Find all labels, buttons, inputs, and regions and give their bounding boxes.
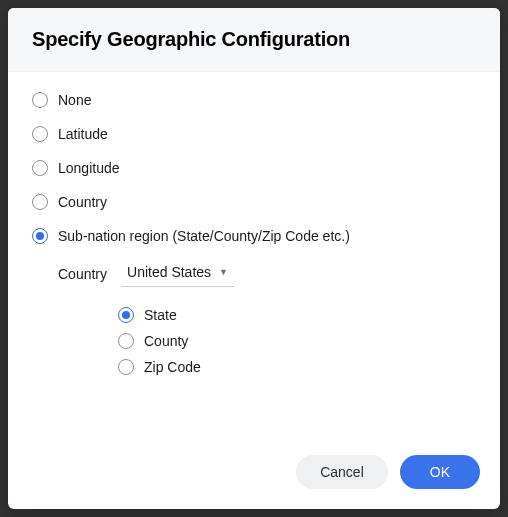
chevron-down-icon: ▼ xyxy=(219,267,228,277)
cancel-button[interactable]: Cancel xyxy=(296,455,388,489)
dialog-body: None Latitude Longitude Country Sub-nati… xyxy=(8,72,500,439)
radio-option-county[interactable]: County xyxy=(118,333,476,349)
radio-icon xyxy=(32,160,48,176)
radio-label: None xyxy=(58,92,91,108)
dialog-footer: Cancel OK xyxy=(8,439,500,509)
radio-option-none[interactable]: None xyxy=(32,92,476,108)
subnation-level-radio-group: State County Zip Code xyxy=(118,307,476,375)
radio-label: Latitude xyxy=(58,126,108,142)
country-row: Country United States ▼ xyxy=(58,260,476,287)
subnation-details: Country United States ▼ State xyxy=(58,260,476,375)
ok-button[interactable]: OK xyxy=(400,455,480,489)
dialog-title: Specify Geographic Configuration xyxy=(32,28,476,51)
radio-label: Longitude xyxy=(58,160,120,176)
radio-icon xyxy=(118,359,134,375)
radio-option-country[interactable]: Country xyxy=(32,194,476,210)
radio-option-longitude[interactable]: Longitude xyxy=(32,160,476,176)
radio-icon xyxy=(118,307,134,323)
radio-option-subnation-wrapper: Sub-nation region (State/County/Zip Code… xyxy=(32,228,476,375)
radio-icon xyxy=(32,126,48,142)
radio-label: State xyxy=(144,307,177,323)
country-select[interactable]: United States ▼ xyxy=(121,260,234,287)
country-label: Country xyxy=(58,266,107,282)
dialog-header: Specify Geographic Configuration xyxy=(8,8,500,72)
geographic-config-dialog: Specify Geographic Configuration None La… xyxy=(8,8,500,509)
radio-option-subnation[interactable]: Sub-nation region (State/County/Zip Code… xyxy=(32,228,476,244)
radio-icon xyxy=(32,194,48,210)
radio-icon xyxy=(32,228,48,244)
radio-label: Country xyxy=(58,194,107,210)
radio-option-state[interactable]: State xyxy=(118,307,476,323)
radio-icon xyxy=(32,92,48,108)
radio-label: Zip Code xyxy=(144,359,201,375)
radio-option-latitude[interactable]: Latitude xyxy=(32,126,476,142)
country-select-value: United States xyxy=(127,264,211,280)
radio-option-zip[interactable]: Zip Code xyxy=(118,359,476,375)
radio-label: Sub-nation region (State/County/Zip Code… xyxy=(58,228,350,244)
geo-type-radio-group: None Latitude Longitude Country Sub-nati… xyxy=(32,92,476,375)
radio-label: County xyxy=(144,333,188,349)
radio-icon xyxy=(118,333,134,349)
